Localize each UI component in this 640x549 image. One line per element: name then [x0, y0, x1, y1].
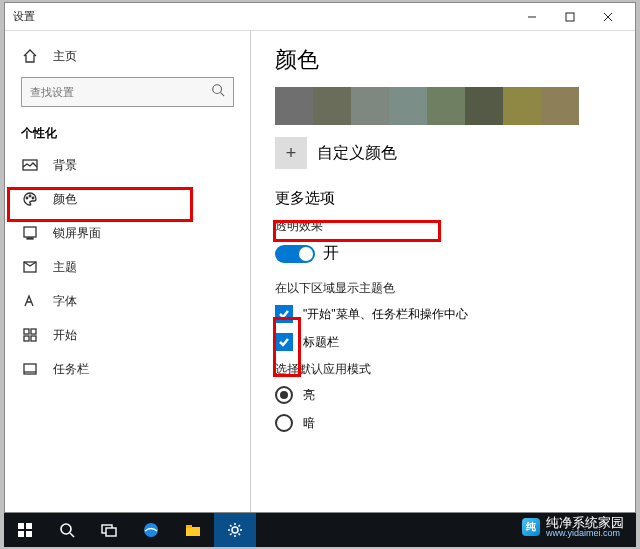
custom-color-label: 自定义颜色 — [317, 143, 397, 164]
svg-rect-22 — [26, 531, 32, 537]
search-input[interactable] — [30, 86, 211, 98]
sidebar-item-colors[interactable]: 颜色 — [5, 182, 250, 216]
color-swatch[interactable] — [313, 87, 351, 125]
sidebar-item-label: 主题 — [53, 259, 77, 276]
svg-rect-10 — [24, 227, 36, 237]
taskbar-icon — [21, 360, 39, 378]
svg-rect-26 — [106, 528, 116, 536]
content-panel: 颜色 + 自定义颜色 更多选项 透明效果 开 在以下区域显示主题色 — [251, 31, 635, 512]
check-start-taskbar[interactable]: "开始"菜单、任务栏和操作中心 — [275, 305, 611, 323]
svg-rect-14 — [31, 329, 36, 334]
color-swatch[interactable] — [465, 87, 503, 125]
sidebar-section-label: 个性化 — [5, 117, 250, 148]
sidebar-item-lockscreen[interactable]: 锁屏界面 — [5, 216, 250, 250]
svg-rect-20 — [26, 523, 32, 529]
color-swatch[interactable] — [275, 87, 313, 125]
svg-point-9 — [32, 197, 34, 199]
taskview-button[interactable] — [88, 513, 130, 547]
settings-button[interactable] — [214, 513, 256, 547]
check-label: "开始"菜单、任务栏和操作中心 — [303, 306, 468, 323]
search-wrap — [5, 73, 250, 117]
sidebar-home[interactable]: 主页 — [5, 39, 250, 73]
checkbox-icon — [275, 333, 293, 351]
svg-point-30 — [232, 527, 238, 533]
color-swatch[interactable] — [541, 87, 579, 125]
sidebar-item-label: 任务栏 — [53, 361, 89, 378]
radio-dark[interactable]: 暗 — [275, 414, 611, 432]
add-color-button[interactable]: + — [275, 137, 307, 169]
sidebar-item-themes[interactable]: 主题 — [5, 250, 250, 284]
svg-rect-11 — [27, 238, 33, 239]
transparency-toggle-row: 开 — [275, 243, 611, 264]
edge-button[interactable] — [130, 513, 172, 547]
watermark: 纯 纯净系统家园 www.yidaimei.com — [522, 516, 624, 538]
lockscreen-icon — [21, 224, 39, 242]
color-swatch[interactable] — [427, 87, 465, 125]
radio-light[interactable]: 亮 — [275, 386, 611, 404]
font-icon — [21, 292, 39, 310]
page-heading: 颜色 — [275, 45, 611, 75]
svg-rect-15 — [24, 336, 29, 341]
radio-label: 亮 — [303, 387, 315, 404]
color-swatch[interactable] — [389, 87, 427, 125]
window-body: 主页 个性化 背景 颜色 锁屏界面 — [5, 31, 635, 512]
radio-icon — [275, 414, 293, 432]
svg-point-4 — [213, 85, 222, 94]
start-button[interactable] — [4, 513, 46, 547]
sidebar-item-background[interactable]: 背景 — [5, 148, 250, 182]
sidebar-home-label: 主页 — [53, 48, 77, 65]
svg-line-24 — [70, 533, 74, 537]
sidebar-item-label: 开始 — [53, 327, 77, 344]
sidebar-item-label: 锁屏界面 — [53, 225, 101, 242]
color-swatch[interactable] — [503, 87, 541, 125]
svg-rect-13 — [24, 329, 29, 334]
toggle-state-label: 开 — [323, 243, 339, 264]
svg-point-23 — [61, 524, 71, 534]
sidebar-item-label: 背景 — [53, 157, 77, 174]
sidebar-item-taskbar[interactable]: 任务栏 — [5, 352, 250, 386]
taskbar: 纯 纯净系统家园 www.yidaimei.com — [4, 513, 636, 547]
app-mode-label: 选择默认应用模式 — [275, 361, 611, 378]
explorer-button[interactable] — [172, 513, 214, 547]
svg-rect-29 — [186, 525, 192, 528]
transparency-toggle[interactable] — [275, 245, 315, 263]
svg-rect-19 — [18, 523, 24, 529]
svg-point-8 — [29, 195, 31, 197]
more-options-heading: 更多选项 — [275, 189, 611, 208]
minimize-button[interactable] — [513, 4, 551, 30]
start-icon — [21, 326, 39, 344]
close-button[interactable] — [589, 4, 627, 30]
window-title: 设置 — [13, 9, 513, 24]
maximize-button[interactable] — [551, 4, 589, 30]
sidebar: 主页 个性化 背景 颜色 锁屏界面 — [5, 31, 251, 512]
transparency-label: 透明效果 — [275, 218, 611, 235]
sidebar-item-start[interactable]: 开始 — [5, 318, 250, 352]
theme-icon — [21, 258, 39, 276]
search-button[interactable] — [46, 513, 88, 547]
check-titlebar[interactable]: 标题栏 — [275, 333, 611, 351]
color-swatches — [275, 87, 611, 125]
search-box[interactable] — [21, 77, 234, 107]
svg-point-7 — [26, 197, 28, 199]
svg-line-5 — [221, 93, 225, 97]
watermark-url: www.yidaimei.com — [546, 529, 624, 538]
svg-rect-16 — [31, 336, 36, 341]
custom-color-row: + 自定义颜色 — [275, 137, 611, 169]
window-buttons — [513, 4, 627, 30]
sidebar-item-label: 字体 — [53, 293, 77, 310]
color-swatch[interactable] — [351, 87, 389, 125]
image-icon — [21, 156, 39, 174]
home-icon — [21, 47, 39, 65]
titlebar: 设置 — [5, 3, 635, 31]
settings-window: 设置 主页 个性化 背景 — [4, 2, 636, 513]
watermark-logo: 纯 — [522, 518, 540, 536]
palette-icon — [21, 190, 39, 208]
search-icon — [211, 83, 225, 101]
radio-label: 暗 — [303, 415, 315, 432]
checkbox-icon — [275, 305, 293, 323]
sidebar-item-fonts[interactable]: 字体 — [5, 284, 250, 318]
radio-icon — [275, 386, 293, 404]
sidebar-item-label: 颜色 — [53, 191, 77, 208]
check-label: 标题栏 — [303, 334, 339, 351]
svg-rect-1 — [566, 13, 574, 21]
